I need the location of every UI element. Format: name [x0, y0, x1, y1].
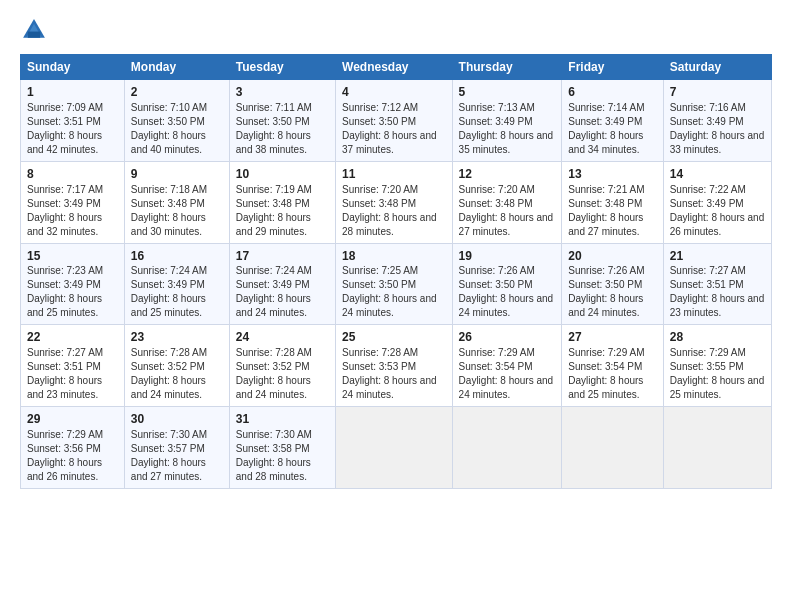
logo	[20, 16, 52, 44]
sunrise: Sunrise: 7:20 AM	[342, 183, 446, 197]
sunrise: Sunrise: 7:30 AM	[131, 428, 223, 442]
sunrise: Sunrise: 7:16 AM	[670, 101, 765, 115]
sunrise: Sunrise: 7:09 AM	[27, 101, 118, 115]
svg-rect-2	[28, 32, 40, 38]
day-cell: 24Sunrise: 7:28 AMSunset: 3:52 PMDayligh…	[229, 325, 335, 407]
daylight: Daylight: 8 hours and 26 minutes.	[670, 211, 765, 239]
daylight: Daylight: 8 hours and 29 minutes.	[236, 211, 329, 239]
sunset: Sunset: 3:48 PM	[459, 197, 556, 211]
sunset: Sunset: 3:49 PM	[670, 197, 765, 211]
sunrise: Sunrise: 7:19 AM	[236, 183, 329, 197]
sunrise: Sunrise: 7:22 AM	[670, 183, 765, 197]
day-number: 11	[342, 166, 446, 183]
sunset: Sunset: 3:54 PM	[568, 360, 656, 374]
day-cell: 7Sunrise: 7:16 AMSunset: 3:49 PMDaylight…	[663, 80, 771, 162]
sunset: Sunset: 3:49 PM	[459, 115, 556, 129]
day-cell: 10Sunrise: 7:19 AMSunset: 3:48 PMDayligh…	[229, 161, 335, 243]
day-cell	[663, 407, 771, 489]
day-number: 8	[27, 166, 118, 183]
sunrise: Sunrise: 7:29 AM	[670, 346, 765, 360]
header-day-sunday: Sunday	[21, 55, 125, 80]
sunset: Sunset: 3:50 PM	[342, 278, 446, 292]
daylight: Daylight: 8 hours and 23 minutes.	[27, 374, 118, 402]
sunrise: Sunrise: 7:17 AM	[27, 183, 118, 197]
daylight: Daylight: 8 hours and 38 minutes.	[236, 129, 329, 157]
sunrise: Sunrise: 7:21 AM	[568, 183, 656, 197]
day-cell: 18Sunrise: 7:25 AMSunset: 3:50 PMDayligh…	[336, 243, 453, 325]
sunrise: Sunrise: 7:26 AM	[568, 264, 656, 278]
sunset: Sunset: 3:49 PM	[131, 278, 223, 292]
day-cell: 21Sunrise: 7:27 AMSunset: 3:51 PMDayligh…	[663, 243, 771, 325]
sunset: Sunset: 3:50 PM	[342, 115, 446, 129]
day-cell: 11Sunrise: 7:20 AMSunset: 3:48 PMDayligh…	[336, 161, 453, 243]
sunrise: Sunrise: 7:13 AM	[459, 101, 556, 115]
sunrise: Sunrise: 7:11 AM	[236, 101, 329, 115]
daylight: Daylight: 8 hours and 24 minutes.	[459, 374, 556, 402]
sunset: Sunset: 3:56 PM	[27, 442, 118, 456]
sunset: Sunset: 3:50 PM	[236, 115, 329, 129]
day-cell: 14Sunrise: 7:22 AMSunset: 3:49 PMDayligh…	[663, 161, 771, 243]
sunrise: Sunrise: 7:25 AM	[342, 264, 446, 278]
day-cell: 3Sunrise: 7:11 AMSunset: 3:50 PMDaylight…	[229, 80, 335, 162]
sunset: Sunset: 3:48 PM	[236, 197, 329, 211]
daylight: Daylight: 8 hours and 24 minutes.	[236, 292, 329, 320]
day-cell: 15Sunrise: 7:23 AMSunset: 3:49 PMDayligh…	[21, 243, 125, 325]
sunrise: Sunrise: 7:29 AM	[459, 346, 556, 360]
day-number: 24	[236, 329, 329, 346]
sunrise: Sunrise: 7:29 AM	[568, 346, 656, 360]
sunrise: Sunrise: 7:28 AM	[131, 346, 223, 360]
day-cell: 16Sunrise: 7:24 AMSunset: 3:49 PMDayligh…	[124, 243, 229, 325]
day-cell: 29Sunrise: 7:29 AMSunset: 3:56 PMDayligh…	[21, 407, 125, 489]
day-number: 22	[27, 329, 118, 346]
day-number: 5	[459, 84, 556, 101]
logo-icon	[20, 16, 48, 44]
daylight: Daylight: 8 hours and 26 minutes.	[27, 456, 118, 484]
daylight: Daylight: 8 hours and 24 minutes.	[459, 292, 556, 320]
day-number: 12	[459, 166, 556, 183]
sunset: Sunset: 3:48 PM	[568, 197, 656, 211]
daylight: Daylight: 8 hours and 25 minutes.	[670, 374, 765, 402]
day-number: 18	[342, 248, 446, 265]
sunset: Sunset: 3:51 PM	[27, 360, 118, 374]
day-cell: 6Sunrise: 7:14 AMSunset: 3:49 PMDaylight…	[562, 80, 663, 162]
daylight: Daylight: 8 hours and 37 minutes.	[342, 129, 446, 157]
header-day-monday: Monday	[124, 55, 229, 80]
daylight: Daylight: 8 hours and 34 minutes.	[568, 129, 656, 157]
day-number: 13	[568, 166, 656, 183]
sunrise: Sunrise: 7:12 AM	[342, 101, 446, 115]
day-number: 14	[670, 166, 765, 183]
day-cell: 20Sunrise: 7:26 AMSunset: 3:50 PMDayligh…	[562, 243, 663, 325]
daylight: Daylight: 8 hours and 24 minutes.	[236, 374, 329, 402]
week-row-5: 29Sunrise: 7:29 AMSunset: 3:56 PMDayligh…	[21, 407, 772, 489]
sunset: Sunset: 3:50 PM	[568, 278, 656, 292]
day-number: 30	[131, 411, 223, 428]
day-number: 15	[27, 248, 118, 265]
day-number: 9	[131, 166, 223, 183]
day-number: 23	[131, 329, 223, 346]
sunrise: Sunrise: 7:18 AM	[131, 183, 223, 197]
day-cell: 25Sunrise: 7:28 AMSunset: 3:53 PMDayligh…	[336, 325, 453, 407]
sunset: Sunset: 3:53 PM	[342, 360, 446, 374]
day-cell: 13Sunrise: 7:21 AMSunset: 3:48 PMDayligh…	[562, 161, 663, 243]
sunrise: Sunrise: 7:24 AM	[131, 264, 223, 278]
daylight: Daylight: 8 hours and 25 minutes.	[568, 374, 656, 402]
day-cell: 28Sunrise: 7:29 AMSunset: 3:55 PMDayligh…	[663, 325, 771, 407]
sunset: Sunset: 3:49 PM	[27, 197, 118, 211]
day-number: 1	[27, 84, 118, 101]
day-cell: 31Sunrise: 7:30 AMSunset: 3:58 PMDayligh…	[229, 407, 335, 489]
sunrise: Sunrise: 7:23 AM	[27, 264, 118, 278]
daylight: Daylight: 8 hours and 25 minutes.	[27, 292, 118, 320]
sunrise: Sunrise: 7:24 AM	[236, 264, 329, 278]
day-cell: 27Sunrise: 7:29 AMSunset: 3:54 PMDayligh…	[562, 325, 663, 407]
page: SundayMondayTuesdayWednesdayThursdayFrid…	[0, 0, 792, 612]
day-cell: 9Sunrise: 7:18 AMSunset: 3:48 PMDaylight…	[124, 161, 229, 243]
sunset: Sunset: 3:49 PM	[670, 115, 765, 129]
day-number: 31	[236, 411, 329, 428]
sunset: Sunset: 3:52 PM	[236, 360, 329, 374]
sunrise: Sunrise: 7:27 AM	[27, 346, 118, 360]
day-number: 29	[27, 411, 118, 428]
daylight: Daylight: 8 hours and 27 minutes.	[459, 211, 556, 239]
day-cell: 1Sunrise: 7:09 AMSunset: 3:51 PMDaylight…	[21, 80, 125, 162]
sunset: Sunset: 3:58 PM	[236, 442, 329, 456]
day-number: 26	[459, 329, 556, 346]
